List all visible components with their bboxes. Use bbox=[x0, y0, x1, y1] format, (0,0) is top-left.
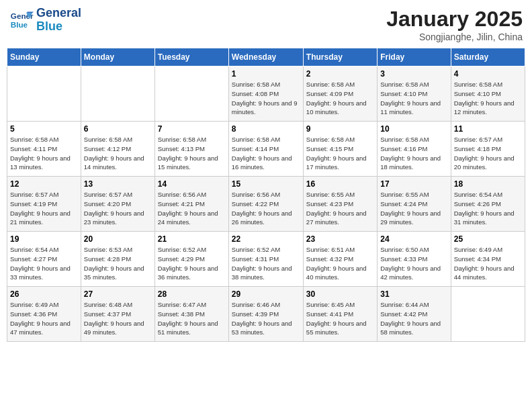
day-cell bbox=[7, 66, 81, 122]
day-detail: Sunrise: 6:58 AMSunset: 4:08 PMDaylight:… bbox=[232, 80, 300, 117]
day-number: 22 bbox=[232, 234, 300, 244]
week-row-4: 19Sunrise: 6:54 AMSunset: 4:27 PMDayligh… bbox=[7, 232, 525, 287]
col-header-tuesday: Tuesday bbox=[154, 48, 228, 66]
day-cell: 26Sunrise: 6:49 AMSunset: 4:36 PMDayligh… bbox=[7, 287, 81, 342]
svg-text:Blue: Blue bbox=[11, 20, 28, 29]
day-cell: 22Sunrise: 6:52 AMSunset: 4:31 PMDayligh… bbox=[228, 232, 303, 287]
day-number: 6 bbox=[84, 124, 152, 134]
day-number: 13 bbox=[84, 179, 152, 189]
day-cell bbox=[81, 66, 154, 122]
day-cell: 9Sunrise: 6:58 AMSunset: 4:15 PMDaylight… bbox=[303, 122, 377, 177]
day-cell: 21Sunrise: 6:52 AMSunset: 4:29 PMDayligh… bbox=[154, 232, 228, 287]
day-cell: 31Sunrise: 6:44 AMSunset: 4:42 PMDayligh… bbox=[378, 287, 451, 342]
day-number: 15 bbox=[232, 179, 300, 189]
day-cell: 29Sunrise: 6:46 AMSunset: 4:39 PMDayligh… bbox=[228, 287, 303, 342]
month-title: January 2025 bbox=[386, 7, 523, 32]
day-number: 16 bbox=[306, 179, 374, 189]
day-cell: 7Sunrise: 6:58 AMSunset: 4:13 PMDaylight… bbox=[154, 122, 228, 177]
day-detail: Sunrise: 6:57 AMSunset: 4:18 PMDaylight:… bbox=[454, 135, 522, 172]
day-detail: Sunrise: 6:55 AMSunset: 4:24 PMDaylight:… bbox=[380, 190, 447, 227]
day-number: 11 bbox=[454, 124, 522, 134]
day-number: 29 bbox=[232, 289, 300, 299]
day-number: 14 bbox=[158, 179, 226, 189]
location-subtitle: Songjianghe, Jilin, China bbox=[386, 32, 523, 42]
day-number: 10 bbox=[380, 124, 447, 134]
day-detail: Sunrise: 6:58 AMSunset: 4:10 PMDaylight:… bbox=[380, 80, 447, 117]
day-cell: 19Sunrise: 6:54 AMSunset: 4:27 PMDayligh… bbox=[7, 232, 81, 287]
day-number: 9 bbox=[306, 124, 374, 134]
week-row-1: 1Sunrise: 6:58 AMSunset: 4:08 PMDaylight… bbox=[7, 66, 525, 122]
day-detail: Sunrise: 6:55 AMSunset: 4:23 PMDaylight:… bbox=[306, 190, 374, 227]
day-number: 3 bbox=[380, 69, 447, 79]
day-number: 18 bbox=[454, 179, 522, 189]
day-detail: Sunrise: 6:54 AMSunset: 4:26 PMDaylight:… bbox=[454, 190, 522, 227]
day-detail: Sunrise: 6:56 AMSunset: 4:21 PMDaylight:… bbox=[158, 190, 226, 227]
day-number: 28 bbox=[158, 289, 226, 299]
day-detail: Sunrise: 6:58 AMSunset: 4:12 PMDaylight:… bbox=[84, 135, 152, 172]
day-cell: 4Sunrise: 6:58 AMSunset: 4:10 PMDaylight… bbox=[451, 66, 525, 122]
day-number: 30 bbox=[306, 289, 374, 299]
calendar-table: SundayMondayTuesdayWednesdayThursdayFrid… bbox=[7, 48, 525, 342]
day-number: 26 bbox=[10, 289, 78, 299]
day-detail: Sunrise: 6:58 AMSunset: 4:13 PMDaylight:… bbox=[158, 135, 226, 172]
day-number: 8 bbox=[232, 124, 300, 134]
day-cell: 24Sunrise: 6:50 AMSunset: 4:33 PMDayligh… bbox=[378, 232, 451, 287]
day-cell: 10Sunrise: 6:58 AMSunset: 4:16 PMDayligh… bbox=[378, 122, 451, 177]
day-number: 27 bbox=[84, 289, 152, 299]
day-number: 21 bbox=[158, 234, 226, 244]
day-number: 19 bbox=[10, 234, 78, 244]
day-detail: Sunrise: 6:58 AMSunset: 4:09 PMDaylight:… bbox=[306, 80, 374, 117]
day-detail: Sunrise: 6:54 AMSunset: 4:27 PMDaylight:… bbox=[10, 245, 78, 282]
logo: General Blue General Blue bbox=[9, 7, 81, 34]
col-header-wednesday: Wednesday bbox=[228, 48, 303, 66]
day-cell: 30Sunrise: 6:45 AMSunset: 4:41 PMDayligh… bbox=[303, 287, 377, 342]
day-number: 12 bbox=[10, 179, 78, 189]
day-cell: 20Sunrise: 6:53 AMSunset: 4:28 PMDayligh… bbox=[81, 232, 154, 287]
day-number: 1 bbox=[232, 69, 300, 79]
col-header-sunday: Sunday bbox=[7, 48, 81, 66]
day-detail: Sunrise: 6:44 AMSunset: 4:42 PMDaylight:… bbox=[380, 300, 447, 337]
calendar-header-row: SundayMondayTuesdayWednesdayThursdayFrid… bbox=[7, 48, 525, 66]
day-number: 7 bbox=[158, 124, 226, 134]
day-cell: 1Sunrise: 6:58 AMSunset: 4:08 PMDaylight… bbox=[228, 66, 303, 122]
day-detail: Sunrise: 6:53 AMSunset: 4:28 PMDaylight:… bbox=[84, 245, 152, 282]
day-number: 20 bbox=[84, 234, 152, 244]
page-header: General Blue General Blue January 2025 S… bbox=[7, 7, 525, 42]
week-row-3: 12Sunrise: 6:57 AMSunset: 4:19 PMDayligh… bbox=[7, 177, 525, 232]
day-detail: Sunrise: 6:45 AMSunset: 4:41 PMDaylight:… bbox=[306, 300, 374, 337]
day-cell: 28Sunrise: 6:47 AMSunset: 4:38 PMDayligh… bbox=[154, 287, 228, 342]
day-cell: 3Sunrise: 6:58 AMSunset: 4:10 PMDaylight… bbox=[378, 66, 451, 122]
day-number: 31 bbox=[380, 289, 447, 299]
day-detail: Sunrise: 6:58 AMSunset: 4:14 PMDaylight:… bbox=[232, 135, 300, 172]
col-header-saturday: Saturday bbox=[451, 48, 525, 66]
day-cell: 27Sunrise: 6:48 AMSunset: 4:37 PMDayligh… bbox=[81, 287, 154, 342]
day-cell: 17Sunrise: 6:55 AMSunset: 4:24 PMDayligh… bbox=[378, 177, 451, 232]
day-number: 24 bbox=[380, 234, 447, 244]
day-number: 5 bbox=[10, 124, 78, 134]
day-cell: 6Sunrise: 6:58 AMSunset: 4:12 PMDaylight… bbox=[81, 122, 154, 177]
day-number: 25 bbox=[454, 234, 522, 244]
day-detail: Sunrise: 6:57 AMSunset: 4:20 PMDaylight:… bbox=[84, 190, 152, 227]
day-detail: Sunrise: 6:52 AMSunset: 4:29 PMDaylight:… bbox=[158, 245, 226, 282]
day-number: 17 bbox=[380, 179, 447, 189]
day-cell: 25Sunrise: 6:49 AMSunset: 4:34 PMDayligh… bbox=[451, 232, 525, 287]
day-cell bbox=[154, 66, 228, 122]
day-cell: 11Sunrise: 6:57 AMSunset: 4:18 PMDayligh… bbox=[451, 122, 525, 177]
day-cell: 12Sunrise: 6:57 AMSunset: 4:19 PMDayligh… bbox=[7, 177, 81, 232]
day-detail: Sunrise: 6:46 AMSunset: 4:39 PMDaylight:… bbox=[232, 300, 300, 337]
day-detail: Sunrise: 6:52 AMSunset: 4:31 PMDaylight:… bbox=[232, 245, 300, 282]
col-header-thursday: Thursday bbox=[303, 48, 377, 66]
day-cell: 8Sunrise: 6:58 AMSunset: 4:14 PMDaylight… bbox=[228, 122, 303, 177]
logo-icon: General Blue bbox=[9, 8, 34, 32]
day-detail: Sunrise: 6:51 AMSunset: 4:32 PMDaylight:… bbox=[306, 245, 374, 282]
day-number: 2 bbox=[306, 69, 374, 79]
day-number: 23 bbox=[306, 234, 374, 244]
col-header-friday: Friday bbox=[378, 48, 451, 66]
day-cell bbox=[451, 287, 525, 342]
day-cell: 15Sunrise: 6:56 AMSunset: 4:22 PMDayligh… bbox=[228, 177, 303, 232]
day-cell: 14Sunrise: 6:56 AMSunset: 4:21 PMDayligh… bbox=[154, 177, 228, 232]
logo-text-general: General bbox=[36, 7, 81, 20]
day-detail: Sunrise: 6:47 AMSunset: 4:38 PMDaylight:… bbox=[158, 300, 226, 337]
title-block: January 2025 Songjianghe, Jilin, China bbox=[386, 7, 523, 42]
day-detail: Sunrise: 6:50 AMSunset: 4:33 PMDaylight:… bbox=[380, 245, 447, 282]
